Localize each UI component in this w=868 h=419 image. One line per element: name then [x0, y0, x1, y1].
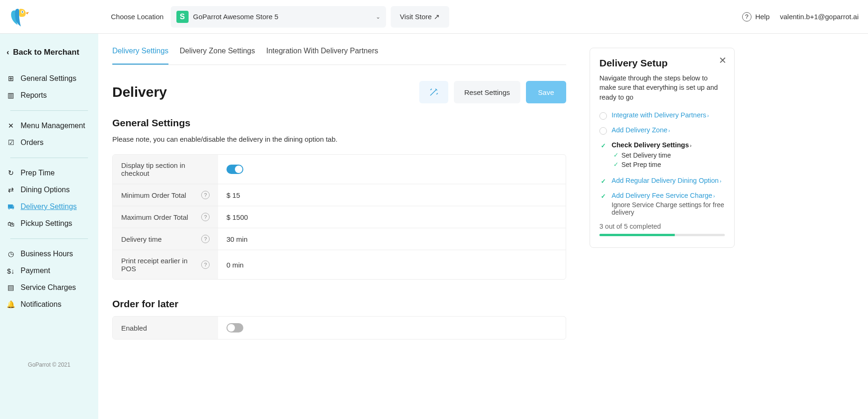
setup-desc: Navigate through the steps below to make… — [599, 73, 725, 102]
sidebar-item-menu-management[interactable]: ✕ Menu Management — [0, 117, 98, 134]
tab-delivery-zone-settings[interactable]: Delivery Zone Settings — [180, 38, 255, 65]
check-square-icon: ☑ — [7, 138, 15, 147]
setting-row-delivery-time: Delivery time ? 30 min — [113, 228, 566, 250]
sidebar-item-pickup-settings[interactable]: 🛍 Pickup Settings — [0, 215, 98, 232]
reset-settings-button[interactable]: Reset Settings — [454, 81, 520, 103]
setup-title: Delivery Setup — [599, 58, 725, 69]
setup-step-add-dining-option[interactable]: ✓ Add Regular Delivery Dining Option› — [599, 177, 725, 185]
setting-row-max-order: Maximum Order Total ? $ 1500 — [113, 206, 566, 228]
user-email[interactable]: valentin.b+1@goparrot.ai — [780, 13, 859, 21]
visit-store-button[interactable]: Visit Store ↗ — [391, 6, 449, 28]
sidebar-item-service-charges[interactable]: ▤ Service Charges — [0, 279, 98, 296]
tabs: Delivery Settings Delivery Zone Settings… — [112, 38, 566, 65]
page-title: Delivery — [112, 84, 167, 100]
setup-step-add-zone[interactable]: Add Delivery Zone› — [599, 126, 725, 135]
setting-value[interactable]: 30 min — [218, 228, 566, 250]
chevron-left-icon: ‹ — [7, 48, 9, 57]
setup-step-add-fee[interactable]: ✓ Add Delivery Fee Service Charge› Ignor… — [599, 192, 725, 216]
sidebar-item-notifications[interactable]: 🔔 Notifications — [0, 296, 98, 313]
chevron-down-icon: ⌄ — [376, 14, 380, 20]
magic-wand-button[interactable] — [419, 81, 448, 103]
close-icon[interactable]: ✕ — [719, 55, 727, 66]
hours-icon: ◷ — [7, 250, 15, 258]
check-icon: ✓ — [613, 152, 619, 159]
magic-wand-icon — [429, 87, 439, 97]
charges-icon: ▤ — [7, 283, 15, 292]
section-general-note: Please note, you can enable/disable the … — [112, 135, 566, 143]
setting-label: Display tip section in checkout — [121, 161, 210, 177]
tab-delivery-settings[interactable]: Delivery Settings — [112, 38, 168, 65]
sidebar-item-general-settings[interactable]: ⊞ General Settings — [0, 70, 98, 87]
setup-progress-text: 3 out of 5 completed — [599, 223, 725, 230]
section-general-title: General Settings — [112, 117, 566, 129]
location-name: GoParrot Awesome Store 5 — [193, 13, 278, 21]
sidebar-item-orders[interactable]: ☑ Orders — [0, 134, 98, 151]
help-tooltip-icon[interactable]: ? — [201, 235, 210, 243]
later-enabled-toggle[interactable] — [226, 323, 243, 332]
general-settings-table: Display tip section in checkout Minimum … — [112, 154, 566, 280]
sidebar-item-reports[interactable]: ▥ Reports — [0, 87, 98, 104]
sidebar-item-payment[interactable]: $↓ Payment — [0, 262, 98, 279]
check-icon: ✓ — [613, 161, 619, 168]
sidebar-footer: GoParrot © 2021 — [0, 361, 98, 368]
location-badge: S — [176, 11, 189, 23]
save-button[interactable]: Save — [526, 81, 566, 103]
help-icon: ? — [742, 12, 751, 22]
sidebar-item-business-hours[interactable]: ◷ Business Hours — [0, 246, 98, 262]
setup-progress-fill — [599, 234, 675, 236]
setting-label: Enabled — [121, 324, 210, 332]
step-marker-empty-icon — [599, 127, 607, 135]
choose-location-label: Choose Location — [111, 13, 164, 21]
section-order-later-title: Order for later — [112, 298, 566, 310]
sidebar: ‹ Back to Merchant ⊞ General Settings ▥ … — [0, 34, 98, 419]
setup-progress-bar — [599, 234, 725, 236]
payment-icon: $↓ — [7, 267, 15, 275]
clock-icon: ↻ — [7, 169, 15, 177]
setting-row-later-enabled: Enabled — [113, 317, 566, 339]
help-label: Help — [755, 13, 770, 21]
goparrot-logo — [7, 5, 31, 29]
bag-icon: 🛍 — [7, 219, 15, 228]
help-link[interactable]: ? Help — [742, 12, 770, 22]
help-tooltip-icon[interactable]: ? — [201, 213, 210, 221]
bell-icon: 🔔 — [7, 300, 15, 309]
sidebar-item-dining-options[interactable]: ⇄ Dining Options — [0, 181, 98, 198]
svg-point-1 — [22, 11, 23, 13]
options-icon: ⇄ — [7, 186, 15, 194]
setup-step-check-settings[interactable]: ✓ Check Delivery Settings› ✓Set Delivery… — [599, 141, 725, 170]
back-label: Back to Merchant — [13, 48, 80, 57]
setting-label: Maximum Order Total — [121, 213, 197, 221]
location-selector[interactable]: S GoParrot Awesome Store 5 ⌄ — [171, 6, 386, 28]
cutlery-icon: ✕ — [7, 122, 15, 130]
setting-value[interactable]: $ 1500 — [218, 206, 566, 228]
help-tooltip-icon[interactable]: ? — [201, 191, 210, 199]
step-marker-empty-icon — [599, 112, 607, 120]
sidebar-item-prep-time[interactable]: ↻ Prep Time — [0, 165, 98, 181]
tab-integration-delivery-partners[interactable]: Integration With Delivery Partners — [266, 38, 378, 65]
back-to-merchant-link[interactable]: ‹ Back to Merchant — [0, 43, 98, 62]
setting-label: Print receipt earlier in POS — [121, 257, 197, 273]
setting-row-min-order: Minimum Order Total ? $ 15 — [113, 184, 566, 206]
check-icon: ✓ — [599, 193, 607, 200]
check-icon: ✓ — [599, 142, 607, 150]
setting-row-tip: Display tip section in checkout — [113, 155, 566, 184]
help-tooltip-icon[interactable]: ? — [201, 260, 210, 269]
tip-toggle[interactable] — [226, 165, 243, 174]
setting-label: Minimum Order Total — [121, 191, 197, 199]
setup-step-integrate[interactable]: Integrate with Delivery Partners› — [599, 111, 725, 120]
setting-label: Delivery time — [121, 235, 197, 243]
top-bar: Choose Location S GoParrot Awesome Store… — [0, 0, 868, 34]
setting-value[interactable]: 0 min — [218, 250, 566, 279]
setting-value[interactable]: $ 15 — [218, 184, 566, 206]
order-later-table: Enabled — [112, 316, 566, 340]
content-area: Delivery Settings Delivery Zone Settings… — [98, 34, 580, 419]
report-icon: ▥ — [7, 91, 15, 100]
truck-icon: ⛟ — [7, 202, 15, 211]
grid-icon: ⊞ — [7, 74, 15, 83]
sidebar-item-delivery-settings[interactable]: ⛟ Delivery Settings — [0, 198, 98, 215]
setting-row-print-receipt: Print receipt earlier in POS ? 0 min — [113, 250, 566, 279]
check-icon: ✓ — [599, 178, 607, 185]
delivery-setup-panel: ✕ Delivery Setup Navigate through the st… — [590, 48, 735, 248]
